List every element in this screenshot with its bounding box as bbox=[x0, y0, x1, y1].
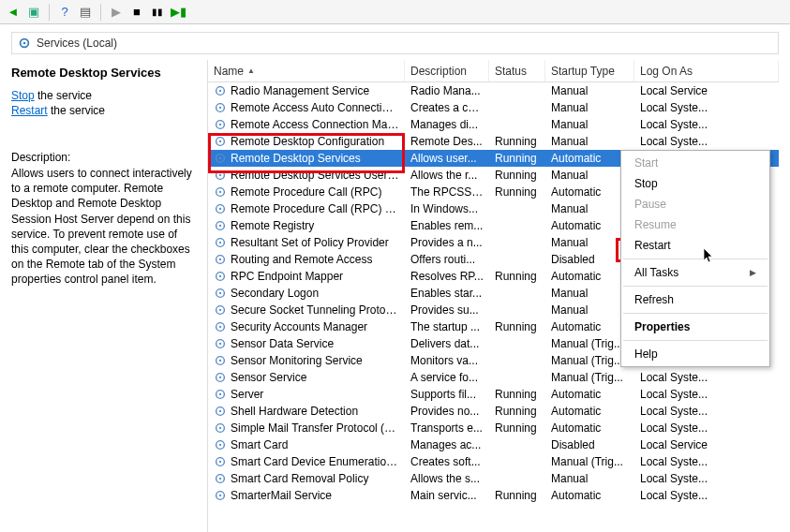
svg-point-49 bbox=[219, 478, 221, 480]
stop-link[interactable]: Stop bbox=[11, 89, 35, 102]
svg-point-29 bbox=[219, 309, 221, 311]
service-icon bbox=[214, 236, 227, 249]
service-desc: Provides su... bbox=[405, 303, 489, 317]
menu-item-refresh[interactable]: Refresh bbox=[621, 289, 769, 310]
service-icon bbox=[214, 270, 227, 283]
col-log-on-as[interactable]: Log On As bbox=[634, 60, 779, 81]
toolbar: ◄ ▣ ? ▤ ▶ ■ ▮▮ ▶▮ bbox=[0, 0, 790, 24]
table-row[interactable]: Sensor ServiceA service fo...Manual (Tri… bbox=[208, 369, 779, 386]
service-startup: Manual bbox=[545, 472, 634, 485]
table-row[interactable]: SmarterMail ServiceMain servic...Running… bbox=[208, 487, 779, 504]
service-icon bbox=[214, 472, 227, 485]
description-text: Allows users to connect interactively to… bbox=[11, 166, 198, 288]
service-logon: Local Syste... bbox=[634, 455, 779, 468]
service-name-title: Remote Desktop Services bbox=[11, 66, 198, 80]
service-desc: Main servic... bbox=[405, 489, 489, 502]
service-logon: Local Service bbox=[634, 438, 779, 451]
table-row[interactable]: Remote Access Auto Connection ...Creates… bbox=[208, 99, 779, 116]
table-row[interactable]: ServerSupports fil...RunningAutomaticLoc… bbox=[208, 386, 779, 403]
export-icon[interactable]: ▣ bbox=[24, 3, 43, 22]
help-icon[interactable]: ? bbox=[55, 3, 74, 22]
svg-point-13 bbox=[219, 174, 221, 176]
service-logon: Local Syste... bbox=[634, 489, 779, 502]
service-name: SmarterMail Service bbox=[231, 489, 399, 502]
table-row[interactable]: Simple Mail Transfer Protocol (SM...Tran… bbox=[208, 420, 779, 436]
menu-item-stop[interactable]: Stop bbox=[621, 173, 769, 194]
table-row[interactable]: Shell Hardware DetectionProvides no...Ru… bbox=[208, 403, 779, 420]
svg-point-37 bbox=[219, 377, 221, 378]
service-icon bbox=[214, 388, 227, 401]
col-name[interactable]: Name ▲ bbox=[208, 60, 405, 81]
service-desc: Resolves RP... bbox=[405, 270, 489, 283]
svg-point-3 bbox=[219, 90, 221, 92]
svg-point-15 bbox=[219, 191, 221, 193]
service-desc: Enables rem... bbox=[405, 219, 489, 232]
svg-point-45 bbox=[219, 444, 221, 446]
service-desc: Provides a n... bbox=[405, 236, 489, 249]
service-icon bbox=[214, 405, 227, 418]
service-name: Remote Access Auto Connection ... bbox=[231, 101, 399, 114]
service-startup: Manual (Trig... bbox=[545, 371, 634, 384]
service-desc: Enables star... bbox=[405, 287, 489, 300]
service-status: Running bbox=[489, 169, 545, 182]
service-desc: The RPCSS ... bbox=[405, 185, 489, 199]
table-row[interactable]: Radio Management ServiceRadio Mana...Man… bbox=[208, 82, 779, 99]
service-name: Remote Desktop Services bbox=[231, 152, 399, 165]
service-desc: Provides no... bbox=[405, 405, 489, 418]
table-row[interactable]: Smart Card Device Enumeration S...Create… bbox=[208, 453, 779, 470]
table-row[interactable]: Remote Desktop ConfigurationRemote Des..… bbox=[208, 133, 779, 150]
service-name: Sensor Data Service bbox=[231, 337, 399, 350]
properties-icon[interactable]: ▤ bbox=[76, 3, 95, 22]
svg-point-25 bbox=[219, 275, 221, 277]
service-startup: Manual bbox=[545, 135, 634, 148]
table-row[interactable]: Remote Access Connection Mana...Manages … bbox=[208, 116, 779, 133]
service-desc: In Windows... bbox=[405, 202, 489, 215]
service-status: Running bbox=[489, 152, 545, 165]
service-name: Smart Card Removal Policy bbox=[231, 472, 399, 485]
menu-item-help[interactable]: Help bbox=[621, 344, 769, 364]
pause-icon[interactable]: ▮▮ bbox=[148, 3, 167, 22]
svg-point-39 bbox=[219, 393, 221, 395]
menu-item-pause: Pause bbox=[621, 194, 769, 214]
service-status: Running bbox=[489, 185, 545, 199]
service-icon bbox=[214, 371, 227, 384]
menu-item-restart[interactable]: Restart bbox=[621, 235, 769, 256]
table-header: Name ▲ Description Status Startup Type L… bbox=[208, 60, 779, 82]
service-logon: Local Syste... bbox=[634, 371, 779, 384]
start-icon[interactable]: ▶ bbox=[107, 3, 126, 22]
restart-icon[interactable]: ▶▮ bbox=[169, 3, 187, 22]
submenu-arrow-icon: ▶ bbox=[750, 268, 756, 277]
service-logon: Local Syste... bbox=[634, 472, 779, 485]
service-name: Security Accounts Manager bbox=[231, 320, 399, 333]
svg-point-23 bbox=[219, 259, 221, 260]
svg-point-51 bbox=[219, 495, 221, 496]
col-startup-type[interactable]: Startup Type bbox=[545, 60, 634, 81]
service-startup: Manual bbox=[545, 84, 634, 97]
service-logon: Local Syste... bbox=[634, 118, 779, 131]
service-logon: Local Syste... bbox=[634, 135, 779, 148]
table-row[interactable]: Smart CardManages ac...DisabledLocal Ser… bbox=[208, 436, 779, 453]
service-status: Running bbox=[489, 489, 545, 502]
service-desc: Transports e... bbox=[405, 421, 489, 435]
service-name: Sensor Monitoring Service bbox=[231, 354, 399, 367]
svg-point-33 bbox=[219, 343, 221, 345]
service-logon: Local Syste... bbox=[634, 405, 779, 418]
service-startup: Automatic bbox=[545, 489, 634, 502]
svg-point-17 bbox=[219, 208, 221, 210]
menu-item-properties[interactable]: Properties bbox=[621, 317, 769, 337]
service-icon bbox=[214, 303, 227, 317]
svg-point-41 bbox=[219, 410, 221, 412]
restart-link[interactable]: Restart bbox=[11, 104, 48, 117]
service-icon bbox=[214, 287, 227, 300]
services-list: Name ▲ Description Status Startup Type L… bbox=[208, 60, 779, 532]
col-status[interactable]: Status bbox=[489, 60, 545, 81]
service-name: Remote Desktop Configuration bbox=[231, 135, 399, 148]
menu-item-all-tasks[interactable]: All Tasks▶ bbox=[621, 262, 769, 283]
back-icon[interactable]: ◄ bbox=[4, 3, 22, 22]
service-startup: Manual bbox=[545, 101, 634, 114]
table-row[interactable]: Smart Card Removal PolicyAllows the s...… bbox=[208, 470, 779, 487]
col-description[interactable]: Description bbox=[405, 60, 489, 81]
svg-point-9 bbox=[219, 140, 221, 142]
stop-icon[interactable]: ■ bbox=[127, 3, 146, 22]
service-icon bbox=[214, 169, 227, 182]
